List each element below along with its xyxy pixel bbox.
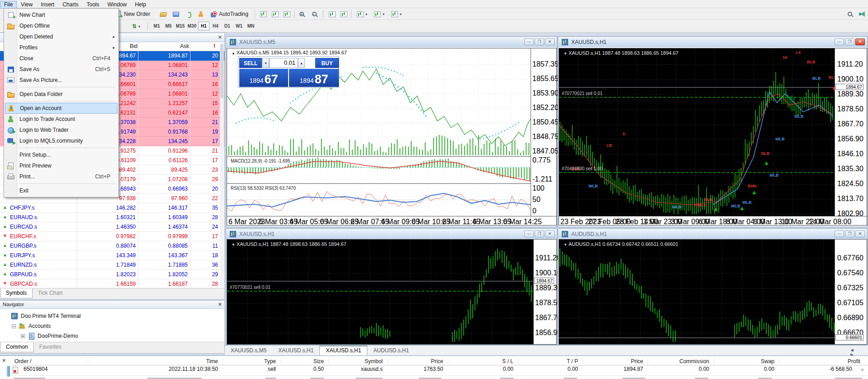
timeframe-button[interactable]: M30: [186, 22, 198, 30]
close-button[interactable]: ✕: [855, 230, 865, 237]
terminal-close-icon[interactable]: ✕: [2, 358, 6, 364]
minimize-button[interactable]: —: [835, 230, 844, 237]
file-menu-item[interactable]: Save As Ctrl+S: [5, 64, 118, 75]
chart-mode-button[interactable]: [281, 10, 292, 19]
chart-titlebar[interactable]: AUDUSD.s,H1: [559, 229, 867, 239]
file-menu-item[interactable]: Save As Picture...: [5, 75, 118, 86]
market-watch-row[interactable]: ▲ EURJPY.s 143.349 143.367 18: [0, 251, 224, 260]
size-column-header[interactable]: Size: [280, 358, 327, 365]
lot-dropdown-button[interactable]: ▼: [262, 58, 269, 68]
commission-column-header[interactable]: Commission: [648, 358, 712, 365]
navigator-tab[interactable]: Common: [0, 342, 34, 352]
accounts-button[interactable]: [195, 10, 206, 19]
menu-item[interactable]: Window: [104, 1, 131, 9]
menu-item[interactable]: View: [17, 1, 37, 9]
market-watch-row[interactable]: ▲ GBPAUD.s 1.82023 1.82052 29: [0, 270, 224, 279]
minimize-button[interactable]: —: [835, 38, 844, 45]
market-watch-row[interactable]: ▲ EURNZD.s 1.71849 1.71885 36: [0, 260, 224, 270]
market-watch-tab[interactable]: Symbols: [0, 288, 33, 298]
file-menu-item[interactable]: Login to Web Trader: [5, 125, 118, 135]
timeframe-button[interactable]: H1: [198, 22, 209, 30]
menu-item[interactable]: Insert: [37, 1, 58, 9]
chart-tab[interactable]: XAUUSD.s,H1: [319, 345, 367, 356]
time-column-header[interactable]: Time: [88, 358, 221, 365]
file-menu-item[interactable]: [5, 86, 118, 89]
timeframe-button[interactable]: M15: [175, 22, 186, 30]
restore-button[interactable]: ❐: [845, 230, 854, 237]
pane-divider[interactable]: [227, 156, 531, 157]
navigator-accounts-item[interactable]: Accounts: [12, 321, 51, 331]
sell-price-display[interactable]: 189467: [239, 69, 288, 87]
partial-order-row[interactable]: [12, 376, 868, 379]
order-row[interactable]: 65019804 2022.11.18 10:38:50 sell 0.50 x…: [12, 365, 868, 376]
market-watch-row[interactable]: ▼ EURCHF.s 0.97982 0.97999 17: [0, 232, 224, 241]
buy-price-display[interactable]: 189487: [289, 69, 339, 87]
chart-autoscroll-button[interactable]: [270, 10, 280, 19]
sl-column-header[interactable]: S / L: [448, 358, 516, 365]
minimize-button[interactable]: —: [524, 38, 534, 45]
navigator-root-item[interactable]: Doo Prime MT4 Terminal: [11, 312, 81, 321]
tp-column-header[interactable]: T / P: [518, 358, 581, 365]
file-menu-item[interactable]: Print Preview: [5, 160, 118, 171]
zoom-in-button[interactable]: +: [298, 10, 306, 19]
timeframe-button[interactable]: D1: [222, 22, 233, 30]
timeframe-button[interactable]: M5: [163, 22, 174, 30]
file-menu-item[interactable]: Exit: [5, 185, 118, 196]
templates-button[interactable]: ▾: [389, 10, 403, 19]
market-watch-row[interactable]: ▲ EURGBP.s 0.88074 0.88085 11: [0, 241, 224, 251]
bid-column-header[interactable]: Bid: [125, 43, 138, 49]
notifications-button[interactable]: [857, 10, 868, 19]
file-menu-item[interactable]: New Chart: [5, 10, 118, 20]
chart-titlebar[interactable]: XAUUSD.s,M5: [227, 37, 556, 47]
market-watch-row[interactable]: ▲ EURCAD.s 1.46350 1.46374 24: [0, 222, 224, 232]
search-button[interactable]: [846, 10, 854, 19]
timeframe-button[interactable]: MN: [245, 22, 256, 30]
market-watch-scrollbar[interactable]: [220, 43, 224, 288]
minimize-button[interactable]: —: [524, 230, 534, 237]
buy-button[interactable]: BUY: [315, 58, 339, 68]
swap-column-header[interactable]: Swap: [714, 358, 777, 365]
spread-column-header[interactable]: !: [209, 43, 215, 49]
file-menu-item[interactable]: Open Deleted ▸: [5, 31, 118, 42]
timeframe-button[interactable]: M1: [151, 22, 162, 30]
file-menu-item[interactable]: Login to Trade Account: [5, 114, 118, 125]
timeframe-button[interactable]: H4: [210, 22, 221, 30]
cascade-windows-button[interactable]: [338, 10, 349, 19]
order-column-header[interactable]: Order /: [14, 358, 86, 365]
file-menu-item[interactable]: [5, 182, 118, 185]
menu-item[interactable]: Tools: [83, 1, 104, 9]
file-menu-item[interactable]: [5, 146, 118, 149]
close-button[interactable]: ✕: [545, 230, 555, 237]
timeframe-button[interactable]: W1: [233, 22, 245, 30]
file-menu-item[interactable]: Open Offline: [5, 20, 118, 31]
expand-expander-icon[interactable]: [21, 334, 25, 338]
file-menu-item[interactable]: Profiles ▸: [5, 42, 118, 53]
chart-shift-button[interactable]: [258, 10, 269, 19]
signals-button[interactable]: [183, 10, 194, 19]
market-watch-row[interactable]: ▲ EURAUD.s 1.60321 1.60349 28: [0, 213, 224, 222]
chart2-price-axis[interactable]: [835, 48, 867, 216]
file-menu-item[interactable]: Login to MQL5.community: [5, 135, 118, 146]
indicators-button[interactable]: ▾: [355, 10, 369, 19]
price2-column-header[interactable]: Price: [583, 358, 646, 365]
ask-column-header[interactable]: Ask: [176, 43, 189, 49]
market-watch-close-icon[interactable]: ✕: [218, 34, 222, 40]
price-column-header[interactable]: Price: [387, 358, 446, 365]
file-menu-item[interactable]: Close Ctrl+F4: [5, 53, 118, 64]
column-divider[interactable]: [190, 42, 190, 288]
close-button[interactable]: ✕: [855, 38, 865, 45]
market-watch-tab[interactable]: Tick Chart: [33, 288, 68, 298]
periods-button[interactable]: ▾: [372, 10, 386, 19]
navigator-account-item[interactable]: DooPrime-Demo: [21, 331, 78, 341]
tile-windows-button[interactable]: [327, 10, 337, 19]
lot-size-field[interactable]: 0.01: [269, 58, 298, 68]
market-watch-row[interactable]: ▼ GBPCAD.s 1.66159 1.66187 28: [0, 279, 224, 289]
market-watch-row[interactable]: ▲ CHFJPY.s 146.282 146.317 35: [0, 203, 224, 213]
type-column-header[interactable]: Type: [223, 358, 279, 365]
lot-increase-button[interactable]: ▲: [298, 58, 305, 68]
pane-divider[interactable]: [227, 183, 531, 184]
menu-item[interactable]: Help: [131, 1, 150, 9]
zoom-out-button[interactable]: -: [310, 10, 318, 19]
sell-button[interactable]: SELL: [239, 58, 262, 68]
autotrading-button[interactable]: AutoTrading: [208, 10, 250, 19]
